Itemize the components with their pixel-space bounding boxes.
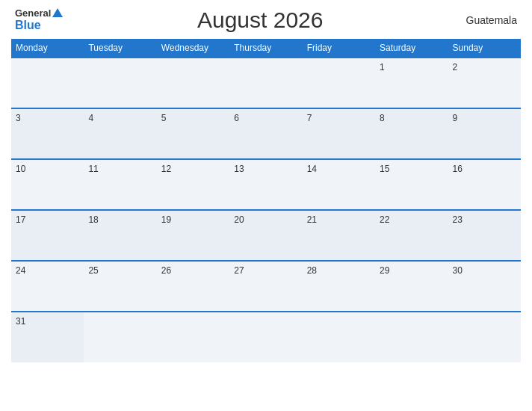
week-row-4: 24252627282930 <box>11 261 521 312</box>
calendar-day: 18 <box>84 210 156 261</box>
day-number: 2 <box>453 62 458 72</box>
calendar-day: 27 <box>229 261 302 312</box>
calendar-day: 16 <box>448 159 521 210</box>
day-number: 7 <box>307 113 312 123</box>
weekday-friday: Friday <box>303 39 375 58</box>
weekday-tuesday: Tuesday <box>84 39 156 58</box>
weekday-header-row: MondayTuesdayWednesdayThursdayFridaySatu… <box>11 39 521 58</box>
calendar-day: 3 <box>11 108 84 159</box>
day-number: 30 <box>453 265 463 276</box>
calendar-day: 23 <box>448 210 521 261</box>
calendar-day <box>229 312 302 362</box>
calendar-day: 25 <box>84 261 156 312</box>
logo-blue-text: Blue <box>15 19 63 32</box>
calendar-day <box>375 312 448 362</box>
weekday-sunday: Sunday <box>448 39 521 58</box>
logo-triangle-icon <box>52 8 63 17</box>
calendar-day: 2 <box>448 58 521 108</box>
calendar-day: 19 <box>157 210 229 261</box>
calendar-day: 10 <box>11 159 84 210</box>
week-row-2: 10111213141516 <box>11 159 521 210</box>
day-number: 31 <box>16 316 25 327</box>
calendar-day: 12 <box>157 159 229 210</box>
logo-general-text: General <box>15 8 63 19</box>
weekday-monday: Monday <box>11 39 84 58</box>
calendar-day: 15 <box>375 159 448 210</box>
week-row-3: 17181920212223 <box>11 210 521 261</box>
calendar-day: 4 <box>84 108 156 159</box>
calendar-day: 28 <box>303 261 375 312</box>
calendar-day: 26 <box>157 261 229 312</box>
calendar-day: 14 <box>303 159 375 210</box>
day-number: 19 <box>161 214 171 225</box>
weekday-wednesday: Wednesday <box>157 39 229 58</box>
calendar-day: 22 <box>375 210 448 261</box>
weekday-saturday: Saturday <box>375 39 448 58</box>
calendar-day <box>448 312 521 362</box>
day-number: 9 <box>453 113 458 123</box>
day-number: 20 <box>234 214 244 225</box>
logo: General Blue <box>15 8 63 32</box>
calendar-day: 5 <box>157 108 229 159</box>
day-number: 15 <box>380 164 389 174</box>
day-number: 6 <box>234 113 239 123</box>
calendar-day <box>11 58 84 108</box>
calendar-day: 30 <box>448 261 521 312</box>
calendar-day: 31 <box>11 312 84 362</box>
calendar-day: 13 <box>229 159 302 210</box>
calendar-day: 9 <box>448 108 521 159</box>
day-number: 8 <box>380 113 385 123</box>
calendar-day <box>157 58 229 108</box>
calendar-day <box>84 312 156 362</box>
day-number: 13 <box>234 164 244 174</box>
calendar-day: 1 <box>375 58 448 108</box>
day-number: 23 <box>453 214 463 225</box>
month-title: August 2026 <box>63 7 457 33</box>
calendar-day: 20 <box>229 210 302 261</box>
day-number: 12 <box>161 164 171 174</box>
day-number: 21 <box>307 214 317 225</box>
calendar-day <box>84 58 156 108</box>
week-row-5: 31 <box>11 312 521 362</box>
day-number: 24 <box>16 265 25 276</box>
day-number: 11 <box>88 164 98 174</box>
day-number: 29 <box>380 265 389 276</box>
day-number: 18 <box>88 214 98 225</box>
day-number: 4 <box>88 113 93 123</box>
week-row-0: 12 <box>11 58 521 108</box>
day-number: 3 <box>16 113 21 123</box>
day-number: 27 <box>234 265 244 276</box>
country-label: Guatemala <box>457 14 517 26</box>
calendar-day: 7 <box>303 108 375 159</box>
day-number: 14 <box>307 164 317 174</box>
calendar-day: 24 <box>11 261 84 312</box>
calendar-day: 17 <box>11 210 84 261</box>
calendar-header: General Blue August 2026 Guatemala <box>11 7 521 33</box>
day-number: 25 <box>88 265 98 276</box>
day-number: 5 <box>161 113 167 123</box>
calendar-day <box>303 58 375 108</box>
calendar-day: 29 <box>375 261 448 312</box>
calendar-day: 8 <box>375 108 448 159</box>
weekday-thursday: Thursday <box>229 39 302 58</box>
calendar-table: MondayTuesdayWednesdayThursdayFridaySatu… <box>11 39 521 362</box>
day-number: 28 <box>307 265 317 276</box>
week-row-1: 3456789 <box>11 108 521 159</box>
day-number: 26 <box>161 265 171 276</box>
day-number: 16 <box>453 164 463 174</box>
calendar-day <box>303 312 375 362</box>
calendar-day <box>157 312 229 362</box>
calendar-container: General Blue August 2026 Guatemala Monda… <box>0 0 532 411</box>
calendar-day: 11 <box>84 159 156 210</box>
calendar-day: 21 <box>303 210 375 261</box>
day-number: 10 <box>16 164 25 174</box>
day-number: 22 <box>380 214 389 225</box>
day-number: 17 <box>16 214 25 225</box>
day-number: 1 <box>380 62 385 72</box>
calendar-day <box>229 58 302 108</box>
calendar-day: 6 <box>229 108 302 159</box>
